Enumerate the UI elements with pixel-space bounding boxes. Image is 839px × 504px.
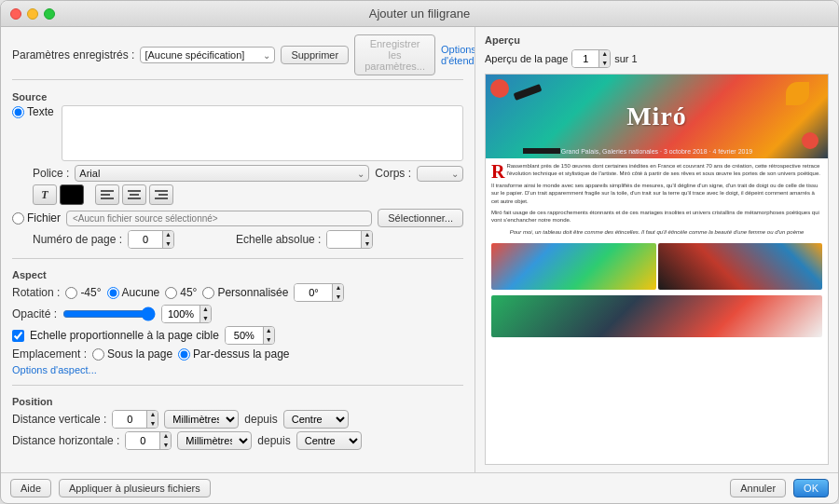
echelle-abs-spinner[interactable]: ▲ ▼ — [326, 230, 373, 249]
dist-horiz-spinner[interactable]: ▲ ▼ — [125, 431, 172, 450]
spin-up-5[interactable]: ▲ — [263, 326, 274, 335]
spin-down[interactable]: ▼ — [162, 239, 173, 249]
dist-horiz-input[interactable] — [126, 432, 159, 449]
spin-down-6[interactable]: ▼ — [146, 419, 158, 429]
numero-page-spinner[interactable]: ▲ ▼ — [128, 230, 174, 249]
radio-fichier-option[interactable]: Fichier — [12, 211, 61, 225]
miro-img-3 — [491, 295, 822, 337]
close-button[interactable] — [10, 8, 21, 20]
dist-vert-depuis[interactable]: Centre — [283, 410, 349, 429]
radio-pardessus[interactable] — [178, 348, 190, 361]
page-spinner[interactable]: ▲ ▼ — [571, 49, 611, 68]
source-section: Source Texte Police : Arial ⌄ — [12, 88, 463, 252]
radio-sous[interactable] — [92, 348, 104, 361]
params-select[interactable]: [Aucune spécification] ⌄ — [140, 47, 275, 63]
ok-button[interactable]: OK — [793, 479, 829, 497]
spin-up-3[interactable]: ▲ — [332, 283, 343, 293]
select-file-button[interactable]: Sélectionner... — [378, 209, 463, 227]
radio-fichier[interactable] — [12, 212, 24, 225]
opacite-slider[interactable] — [62, 306, 156, 321]
dist-horiz-depuis[interactable]: Centre — [296, 431, 362, 450]
spin-down-3[interactable]: ▼ — [332, 293, 343, 302]
echelle-prop-checkbox[interactable] — [12, 330, 24, 342]
radio-texte[interactable] — [12, 106, 24, 118]
spin-up-7[interactable]: ▲ — [159, 431, 171, 441]
footer-left: Aide Appliquer à plusieurs fichiers — [10, 479, 211, 497]
align-buttons — [95, 184, 173, 205]
position-section: Position Distance verticale : ▲ ▼ Millim… — [12, 392, 463, 453]
spin-up[interactable]: ▲ — [162, 230, 173, 239]
aspect-options-link[interactable]: Options d'aspect... — [12, 364, 97, 375]
opacite-input[interactable] — [162, 306, 199, 322]
page-input[interactable] — [572, 50, 598, 67]
opacite-spinner[interactable]: ▲ ▼ — [161, 305, 212, 323]
size-select[interactable]: ⌄ — [417, 166, 463, 182]
numero-page-label: Numéro de page : — [33, 233, 122, 246]
rot-neg45-radio[interactable] — [65, 287, 77, 299]
appliquer-button[interactable]: Appliquer à plusieurs fichiers — [59, 479, 211, 497]
numero-page-input[interactable] — [129, 231, 162, 248]
rot-perso-radio[interactable] — [202, 287, 214, 299]
dist-vert-spinner[interactable]: ▲ ▼ — [112, 410, 158, 429]
rotation-row: Rotation : -45° Aucune 45° — [12, 283, 463, 302]
miro-body: R Rassemblant près de 150 œuvres dont ce… — [486, 158, 828, 239]
radio-sous-label: Sous la page — [107, 347, 172, 361]
dist-vert-arrows: ▲ ▼ — [146, 410, 158, 429]
corps-label: Corps : — [375, 167, 411, 180]
rot-perso-option[interactable]: Personnalisée — [202, 286, 288, 299]
rot-custom-spinner[interactable]: ▲ ▼ — [294, 283, 344, 302]
dist-vert-input[interactable] — [113, 411, 146, 428]
align-left-button[interactable] — [95, 184, 119, 205]
params-label: Paramètres enregistrés : — [12, 48, 134, 61]
radio-sous-option[interactable]: Sous la page — [92, 347, 172, 361]
radio-texte-option[interactable]: Texte — [12, 105, 54, 118]
rot-45-radio[interactable] — [165, 287, 177, 299]
rot-45-option[interactable]: 45° — [165, 286, 197, 299]
size-arrow: ⌄ — [451, 169, 459, 179]
spin-down-page[interactable]: ▼ — [598, 59, 610, 68]
align-center-button[interactable] — [122, 184, 146, 205]
radio-texte-label: Texte — [27, 105, 54, 118]
annuler-button[interactable]: Annuler — [730, 479, 786, 497]
spin-down-5[interactable]: ▼ — [263, 335, 274, 345]
spin-down-7[interactable]: ▼ — [159, 441, 171, 450]
spin-up-page[interactable]: ▲ — [598, 49, 610, 59]
delete-button[interactable]: Supprimer — [281, 46, 349, 64]
spin-up-4[interactable]: ▲ — [199, 305, 211, 314]
rot-aucune-radio[interactable] — [107, 287, 119, 299]
echelle-prop-spinner[interactable]: ▲ ▼ — [225, 326, 275, 345]
options-link[interactable]: Options d'étendue... — [441, 44, 475, 66]
rot-custom-input[interactable] — [295, 284, 332, 301]
dist-vert-row: Distance verticale : ▲ ▼ Millimètres dep… — [12, 410, 463, 429]
echelle-prop-input[interactable] — [226, 327, 263, 344]
dist-horiz-arrows: ▲ ▼ — [159, 431, 171, 450]
align-right-button[interactable] — [149, 184, 173, 205]
dist-vert-unit[interactable]: Millimètres — [164, 410, 239, 429]
police-row: Police : Arial ⌄ Corps : ⌄ — [12, 165, 463, 182]
format-buttons: T — [33, 184, 84, 205]
rot-neg45-label: -45° — [80, 286, 101, 299]
echelle-abs-input[interactable] — [327, 231, 361, 248]
source-content: Texte — [12, 105, 463, 161]
color-button[interactable] — [60, 184, 84, 205]
font-select[interactable]: Arial ⌄ — [75, 165, 369, 182]
spin-up-6[interactable]: ▲ — [146, 410, 158, 419]
source-radios: Texte — [12, 105, 54, 118]
spin-down-4[interactable]: ▼ — [199, 314, 211, 323]
texte-input[interactable] — [62, 105, 463, 161]
bold-button[interactable]: T — [33, 184, 57, 205]
spin-down-2[interactable]: ▼ — [361, 239, 372, 249]
radio-pardessus-option[interactable]: Par-dessus la page — [178, 347, 289, 361]
rot-neg45-option[interactable]: -45° — [65, 286, 101, 299]
file-input[interactable] — [66, 211, 372, 226]
spin-up-2[interactable]: ▲ — [361, 230, 372, 239]
save-params-button[interactable]: Enregistrer les paramètres... — [354, 34, 435, 75]
window-title: Ajouter un filigrane — [369, 7, 470, 20]
page-arrows: ▲ ▼ — [598, 49, 610, 68]
maximize-button[interactable] — [44, 8, 55, 20]
aide-button[interactable]: Aide — [10, 479, 51, 497]
minimize-button[interactable] — [27, 8, 38, 20]
rot-aucune-option[interactable]: Aucune — [107, 286, 160, 299]
dist-horiz-unit[interactable]: Millimètres — [177, 431, 252, 450]
miro-subtitle: Grand Palais, Galeries nationales · 3 oc… — [486, 148, 828, 155]
